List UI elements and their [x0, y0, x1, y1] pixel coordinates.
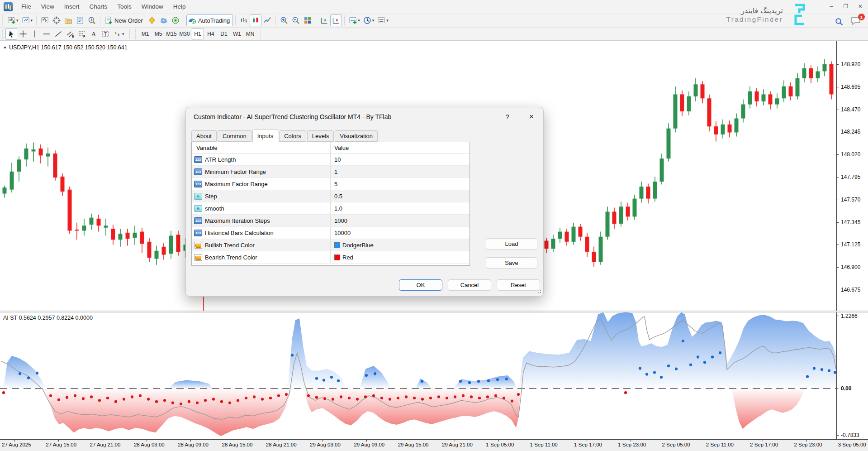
autotrading-button[interactable]: AutoTrading: [186, 14, 233, 26]
value-cell[interactable]: Red: [330, 251, 470, 263]
terminal-button[interactable]: [74, 14, 86, 26]
cursor-tool[interactable]: [5, 28, 17, 40]
arrows-tool[interactable]: ▾: [111, 28, 126, 40]
tab-levels[interactable]: Levels: [307, 130, 334, 142]
indicator-canvas[interactable]: AI ST 0.5624 0.2957 0.8224 0.0000: [0, 312, 836, 439]
timeframe-d1[interactable]: D1: [218, 29, 230, 39]
menu-window[interactable]: Window: [137, 0, 168, 14]
new-order-button[interactable]: New Order: [103, 14, 146, 26]
value-cell[interactable]: 1.0: [330, 202, 470, 214]
save-button[interactable]: Save: [486, 257, 537, 269]
menu-view[interactable]: View: [36, 0, 59, 14]
chevron-down-icon[interactable]: ▾: [122, 32, 124, 36]
menu-file[interactable]: File: [16, 0, 36, 14]
chevron-down-icon[interactable]: ▾: [31, 18, 33, 23]
fibonacci-tool[interactable]: F: [76, 28, 88, 40]
dialog-resize-grip[interactable]: [538, 290, 541, 293]
navigator-button[interactable]: [62, 14, 74, 26]
timeframe-m1[interactable]: M1: [139, 29, 152, 39]
table-row[interactable]: 123ATR Length10: [192, 154, 470, 166]
new-chart-button[interactable]: ▾: [5, 14, 20, 26]
chevron-down-icon[interactable]: ▾: [358, 18, 360, 23]
indicators-button[interactable]: ▾: [347, 14, 361, 26]
horizontal-line-tool[interactable]: [41, 28, 52, 40]
chat-button[interactable]: 1: [851, 16, 862, 27]
menu-help[interactable]: Help: [168, 0, 191, 14]
value-cell[interactable]: 1000: [330, 215, 470, 226]
value-cell[interactable]: 10000: [330, 227, 470, 239]
vertical-line-tool[interactable]: [29, 28, 41, 40]
tab-common[interactable]: Common: [218, 130, 251, 142]
toolbar-grip[interactable]: [1, 29, 4, 39]
zoom-out-button[interactable]: [290, 14, 302, 26]
timeframe-w1[interactable]: W1: [231, 29, 243, 39]
chevron-down-icon[interactable]: ▾: [386, 18, 389, 23]
load-button[interactable]: Load: [486, 238, 537, 249]
ok-button[interactable]: OK: [399, 279, 442, 291]
toolbar-grip[interactable]: [1, 15, 4, 25]
bar-chart-button[interactable]: [238, 14, 250, 26]
timeframe-m30[interactable]: M30: [179, 29, 191, 39]
alerts-button[interactable]: [170, 14, 181, 26]
table-row[interactable]: Bearish Trend ColorRed: [192, 251, 470, 264]
variable-name: Maximum Factor Range: [205, 181, 268, 187]
templates-button[interactable]: ▾: [375, 14, 390, 26]
minimize-button[interactable]: –: [827, 3, 835, 10]
equidistant-channel-tool[interactable]: E: [64, 28, 76, 40]
table-row[interactable]: ½Step0.5: [192, 190, 470, 202]
timeframe-mn[interactable]: MN: [244, 29, 256, 39]
value-cell[interactable]: 1: [330, 166, 470, 178]
metaquotes-button[interactable]: [158, 14, 170, 26]
tile-windows-button[interactable]: [302, 14, 313, 26]
timeframe-h1[interactable]: H1: [192, 29, 204, 39]
auto-scroll-button[interactable]: [318, 14, 330, 26]
value-cell[interactable]: DodgerBlue: [330, 239, 470, 251]
value-cell[interactable]: 5: [330, 178, 470, 190]
table-row[interactable]: 123Historical Bars Calculation10000: [192, 227, 470, 239]
chart-shift-button[interactable]: [330, 14, 342, 26]
chevron-down-icon[interactable]: ▾: [16, 18, 19, 23]
search-icon[interactable]: [835, 17, 844, 26]
candlestick-chart-button[interactable]: [250, 14, 261, 26]
toolbar-grip[interactable]: [134, 29, 138, 39]
chevron-down-icon[interactable]: ▾: [372, 18, 375, 23]
profiles-button[interactable]: ▾: [20, 14, 34, 26]
close-button[interactable]: ✕: [856, 3, 864, 10]
symbol-dropdown-icon[interactable]: ▼: [3, 46, 7, 50]
periods-button[interactable]: ▾: [361, 14, 376, 26]
menu-charts[interactable]: Charts: [85, 0, 113, 14]
dialog-help-button[interactable]: ?: [503, 112, 512, 122]
zoom-in-button[interactable]: [278, 14, 290, 26]
value-cell[interactable]: 0.5: [330, 190, 470, 202]
value-cell[interactable]: 10: [330, 154, 470, 165]
table-row[interactable]: 123Maximum Iteration Steps1000: [192, 215, 470, 227]
window-splitter[interactable]: [0, 311, 868, 312]
strategy-tester-button[interactable]: [86, 14, 98, 26]
crosshair-tool[interactable]: [17, 28, 29, 40]
reset-button[interactable]: Reset: [497, 279, 540, 291]
table-row[interactable]: 123Minimum Factor Range1: [192, 166, 470, 178]
data-window-button[interactable]: [51, 14, 62, 26]
tab-colors[interactable]: Colors: [279, 130, 306, 142]
text-label-tool[interactable]: T: [100, 28, 111, 40]
trendline-tool[interactable]: [52, 28, 64, 40]
tab-visualization[interactable]: Visualization: [335, 130, 378, 142]
restore-button[interactable]: ❐: [842, 3, 850, 10]
timeframe-h4[interactable]: H4: [205, 29, 217, 39]
dialog-close-button[interactable]: ✕: [526, 112, 537, 122]
table-row[interactable]: Bullish Trend ColorDodgerBlue: [192, 239, 470, 251]
tab-about[interactable]: About: [191, 130, 217, 142]
dialog-title[interactable]: Custom Indicator - AI SuperTrend Cluster…: [194, 113, 391, 120]
text-tool[interactable]: A: [88, 28, 100, 40]
metaeditor-button[interactable]: [146, 14, 158, 26]
tab-inputs[interactable]: Inputs: [252, 130, 278, 142]
market-watch-button[interactable]: [39, 14, 51, 26]
cancel-button[interactable]: Cancel: [448, 279, 491, 291]
menu-tools[interactable]: Tools: [112, 0, 137, 14]
menu-insert[interactable]: Insert: [59, 0, 85, 14]
table-row[interactable]: 123Maximum Factor Range5: [192, 178, 470, 190]
table-row[interactable]: ½smooth1.0: [192, 202, 470, 215]
timeframe-m5[interactable]: M5: [152, 29, 165, 39]
line-chart-button[interactable]: [261, 14, 273, 26]
timeframe-m15[interactable]: M15: [166, 29, 178, 39]
